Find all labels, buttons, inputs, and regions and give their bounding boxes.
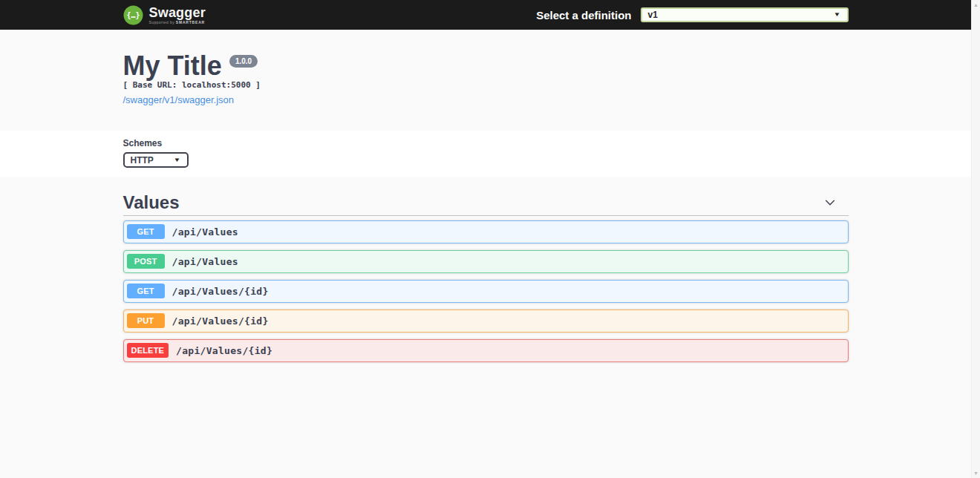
chevron-down-icon: ▼	[174, 157, 181, 163]
operation-path: /api/Values/{id}	[172, 286, 269, 297]
operation-row[interactable]: DELETE /api/Values/{id}	[123, 339, 849, 362]
operation-path: /api/Values	[172, 226, 238, 238]
brand-subtitle: Supported by SMARTBEAR	[149, 21, 206, 24]
scheme-container: Schemes HTTP ▼	[0, 131, 971, 177]
operation-row[interactable]: POST /api/Values	[123, 250, 849, 273]
tag-header-values[interactable]: Values	[123, 193, 849, 215]
method-badge: GET	[127, 284, 165, 298]
tag-title: Values	[123, 193, 180, 212]
topbar: {…} Swagger Supported by SMARTBEAR Selec…	[0, 0, 971, 30]
brand-name: Swagger	[149, 6, 206, 19]
definition-select-label: Select a definition	[536, 9, 631, 22]
definition-select[interactable]: v1 ▼	[641, 7, 849, 22]
collapse-chevron-icon[interactable]	[823, 196, 837, 209]
schemes-label: Schemes	[123, 138, 849, 148]
method-badge: GET	[127, 224, 165, 239]
swagger-ui-page: {…} Swagger Supported by SMARTBEAR Selec…	[0, 0, 971, 478]
info-section: My Title 1.0.0 [ Base URL: localhost:500…	[0, 30, 971, 131]
operation-row[interactable]: PUT /api/Values/{id}	[123, 310, 849, 333]
spec-json-link[interactable]: /swagger/v1/swagger.json	[123, 94, 235, 105]
svg-text:{…}: {…}	[126, 11, 140, 19]
scrollbar[interactable]: ▲ ▼	[971, 0, 980, 478]
schemes-select[interactable]: HTTP ▼	[123, 152, 189, 168]
operation-path: /api/Values/{id}	[172, 315, 269, 327]
version-badge: 1.0.0	[229, 55, 258, 68]
base-url: [ Base URL: localhost:5000 ]	[123, 80, 849, 90]
operation-row[interactable]: GET /api/Values	[123, 220, 849, 243]
scroll-down-arrow-icon[interactable]: ▼	[973, 468, 979, 478]
method-badge: DELETE	[127, 343, 169, 358]
schemes-select-value: HTTP	[131, 155, 154, 166]
api-title: My Title	[123, 54, 222, 78]
scroll-up-arrow-icon[interactable]: ▲	[973, 0, 979, 10]
definition-select-value: v1	[648, 10, 658, 20]
operations-section: Values GET /api/Values POST /api/Values …	[0, 177, 971, 361]
swagger-logo-link[interactable]: {…} Swagger Supported by SMARTBEAR	[123, 5, 206, 25]
operations-list: GET /api/Values POST /api/Values GET /ap…	[123, 220, 849, 362]
method-badge: POST	[127, 254, 165, 269]
swagger-logo-icon: {…}	[123, 5, 143, 25]
operation-row[interactable]: GET /api/Values/{id}	[123, 280, 849, 303]
method-badge: PUT	[127, 313, 165, 328]
operation-path: /api/Values	[172, 256, 238, 267]
chevron-down-icon: ▼	[834, 12, 841, 18]
operation-path: /api/Values/{id}	[176, 345, 272, 356]
